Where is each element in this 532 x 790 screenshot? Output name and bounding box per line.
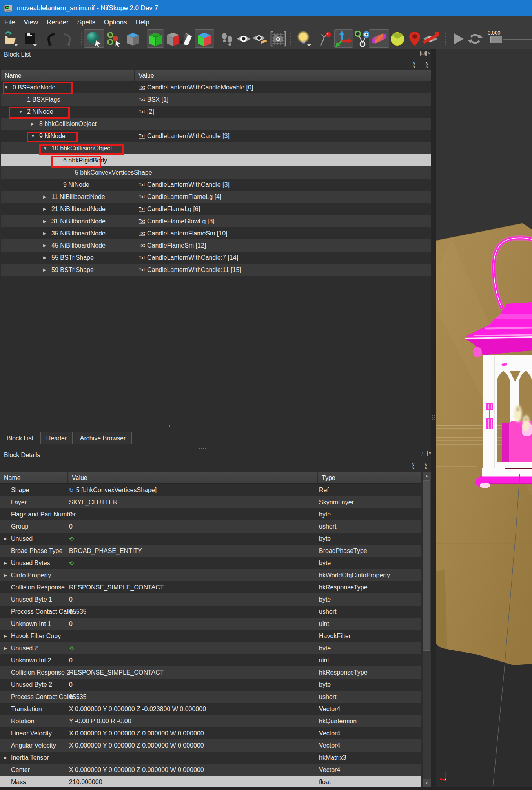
view-colored-button[interactable] (195, 29, 214, 48)
column-header-value[interactable]: Value (134, 70, 431, 81)
collapse-arrow-icon[interactable]: ▶ (31, 118, 34, 130)
block-list-row[interactable]: 5 bhkConvexVerticesShape (1, 166, 431, 179)
collapse-arrow-icon[interactable]: ▶ (43, 227, 46, 239)
detail-row[interactable]: Flags and Part Number0byte (0, 508, 421, 520)
dock-float-icon[interactable]: ❐ (421, 451, 426, 456)
collapse-arrow-icon[interactable]: ▶ (4, 533, 7, 545)
collapse-arrow-icon[interactable]: ▶ (43, 252, 46, 264)
detail-row[interactable]: Shape↻5 [bhkConvexVerticesShape]Ref (0, 484, 421, 496)
field-value[interactable]: ⟲ (69, 533, 74, 545)
block-list-row[interactable]: ▶11 NiBillboardNodeTxtCandleLanternFlame… (1, 191, 431, 203)
expand-all-icon[interactable]: ∧∧ (423, 62, 430, 68)
block-list-row[interactable]: ▶8 bhkCollisionObject (1, 118, 431, 130)
menu-render[interactable]: Render (42, 18, 73, 26)
detail-row[interactable]: Angular VelocityX 0.000000 Y 0.000000 Z … (0, 739, 421, 752)
detail-row[interactable]: Unused Byte 20byte (0, 679, 421, 691)
detail-row[interactable]: Collision ResponseRESPONSE_SIMPLE_CONTAC… (0, 581, 421, 593)
field-value[interactable]: 65535 (69, 691, 87, 703)
field-value[interactable]: SKYL_CLUTTER (69, 496, 118, 508)
collapse-arrow-icon[interactable]: ▶ (43, 191, 46, 203)
collapse-all-icon[interactable]: ∨∨ (410, 62, 417, 68)
redo-button[interactable] (60, 31, 76, 47)
detail-row[interactable]: Broad Phase TypeBROAD_PHASE_ENTITYBroadP… (0, 545, 421, 557)
detail-row[interactable]: Unknown Int 20uint (0, 654, 421, 666)
collapse-arrow-icon[interactable]: ▶ (43, 239, 46, 252)
detail-row[interactable]: RotationY -0.00 P 0.00 R -0.00hkQuaterni… (0, 715, 421, 727)
pivot-pin-button[interactable] (317, 31, 333, 47)
detail-row[interactable]: Collision Response 2RESPONSE_SIMPLE_CONT… (0, 666, 421, 679)
walk-mode-icon[interactable] (219, 31, 235, 47)
detail-row[interactable]: Unknown Int 10uint (0, 618, 421, 630)
collapse-all-icon[interactable]: ∨∨ (410, 463, 417, 469)
play-animation-button[interactable] (450, 31, 466, 47)
select-vertex-button[interactable] (105, 31, 122, 47)
field-value[interactable]: 0 (69, 654, 73, 666)
view-shaded-button[interactable] (178, 31, 195, 47)
column-header-name[interactable]: Name (1, 70, 134, 81)
show-nodes-button[interactable] (353, 31, 370, 47)
splitter-grip[interactable] (163, 425, 171, 427)
field-value[interactable]: 0 (69, 618, 73, 630)
tab-header[interactable]: Header (40, 432, 73, 444)
detail-row[interactable]: ▶Unused 2⟲byte (0, 642, 421, 654)
field-value[interactable]: RESPONSE_SIMPLE_CONTACT (69, 581, 164, 593)
collapse-arrow-icon[interactable]: ▶ (4, 630, 7, 642)
view-solid-button[interactable] (124, 31, 142, 47)
detail-row[interactable]: ▶Havok Filter CopyHavokFilter (0, 630, 421, 642)
show-havok-button[interactable] (369, 29, 389, 48)
column-header-name[interactable]: Name (0, 472, 67, 483)
detail-row[interactable]: ▶Unused⟲byte (0, 533, 421, 545)
menu-view[interactable]: View (19, 18, 42, 26)
frame-slider-handle[interactable] (490, 36, 502, 43)
menu-options[interactable]: Options (100, 18, 131, 26)
field-value[interactable]: X 0.000000 Y 0.000000 Z 0.000000 W 0.000… (69, 739, 204, 752)
menu-spells[interactable]: Spells (73, 18, 100, 26)
select-object-button[interactable] (84, 29, 104, 48)
detail-row[interactable]: Unused Byte 10byte (0, 593, 421, 606)
tab-archive-browser[interactable]: Archive Browser (74, 432, 132, 444)
collapse-arrow-icon[interactable]: ▶ (43, 215, 46, 227)
scroll-down-icon[interactable]: ▼ (423, 779, 431, 787)
field-value[interactable]: RESPONSE_SIMPLE_CONTACT (69, 666, 164, 679)
open-file-button[interactable] (2, 31, 19, 47)
collapse-arrow-icon[interactable]: ▶ (4, 752, 7, 764)
lighting-button[interactable] (295, 31, 312, 47)
field-value[interactable]: 0 (69, 593, 73, 606)
field-value[interactable]: ⟲ (69, 642, 74, 654)
view-wireframe-button[interactable] (147, 29, 164, 48)
hide-hidden-button[interactable] (421, 31, 440, 47)
field-value[interactable]: X 0.000000 Y 0.000000 Z 0.000000 W 0.000… (69, 764, 204, 776)
detail-row[interactable]: ▶Inertia TensorhkMatrix3 (0, 752, 421, 764)
column-header-value[interactable]: Value (67, 472, 317, 483)
detail-row[interactable]: TranslationX 0.000000 Y 0.000000 Z -0.02… (0, 703, 421, 715)
detail-row[interactable]: Linear VelocityX 0.000000 Y 0.000000 Z 0… (0, 727, 421, 739)
field-value[interactable]: 65535 (69, 606, 87, 618)
collapse-arrow-icon[interactable]: ▶ (43, 203, 46, 215)
screenshot-button[interactable] (270, 31, 286, 47)
column-header-type[interactable]: Type (317, 472, 421, 483)
scrollbar[interactable]: ▲ ▼ (423, 472, 431, 788)
vertical-splitter[interactable] (431, 49, 436, 790)
field-value[interactable]: 0 (69, 508, 73, 520)
frame-slider-track[interactable] (503, 39, 532, 40)
field-value[interactable]: Y -0.00 P 0.00 R -0.00 (69, 715, 131, 727)
splitter-grip[interactable] (199, 447, 206, 449)
field-value[interactable]: ⟲ (69, 557, 74, 569)
field-value[interactable]: X 0.000000 Y 0.000000 Z 0.000000 W 0.000… (69, 727, 204, 739)
field-value[interactable]: 210.000000 (69, 776, 102, 788)
menu-help[interactable]: Help (131, 18, 154, 26)
block-list-row[interactable]: ▶59 BSTriShapeTxtCandleLanternWithCandle… (1, 264, 431, 276)
field-value[interactable]: 0 (69, 520, 73, 533)
save-button[interactable] (22, 31, 38, 47)
tab-block-list[interactable]: Block List (1, 432, 39, 444)
viewport-3d[interactable] (436, 49, 532, 790)
block-list-row[interactable]: 9 NiNodeTxtCandleLanternWithCandle [3] (1, 179, 431, 191)
detail-row[interactable]: CenterX 0.000000 Y 0.000000 Z 0.000000 W… (0, 764, 421, 776)
detail-row[interactable]: Process Contact Callb...65535ushort (0, 606, 421, 618)
detail-row[interactable]: Group0ushort (0, 520, 421, 533)
collapse-arrow-icon[interactable]: ▶ (4, 557, 7, 569)
detail-row[interactable]: Mass210.000000float (0, 776, 421, 788)
collapse-arrow-icon[interactable]: ▶ (43, 264, 46, 276)
show-eye-button[interactable] (235, 31, 252, 47)
edit-eye-button[interactable] (252, 31, 268, 47)
